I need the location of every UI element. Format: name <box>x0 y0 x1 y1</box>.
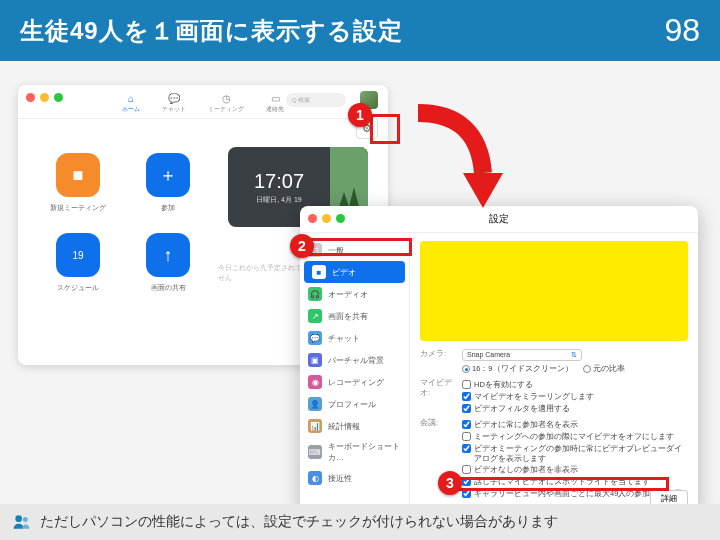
slide-header: 生徒49人を１画面に表示する設定 98 <box>0 0 720 61</box>
sidebar-item-access[interactable]: ◐接近性 <box>300 467 409 489</box>
clock-date: 日曜日, 4月 19 <box>256 195 302 205</box>
chk-spotlight[interactable]: 話し手にマイビデオにスポットライトを当てます <box>462 477 688 487</box>
tile-share[interactable]: ↑画面の共有 <box>138 233 198 293</box>
action-tiles: ■新規ミーティング ＋参加 19スケジュール ↑画面の共有 <box>48 153 198 293</box>
radio-orig[interactable]: 元の比率 <box>583 364 625 374</box>
close-icon[interactable] <box>26 93 35 102</box>
search-input[interactable]: Q 検索 <box>286 93 346 107</box>
clock-time: 17:07 <box>254 170 304 193</box>
video-icon: ■ <box>56 153 100 197</box>
chk-filter[interactable]: ビデオフィルタを適用する <box>462 404 688 414</box>
share-icon: ↗ <box>308 309 322 323</box>
sidebar-item-share[interactable]: ↗画面を共有 <box>300 305 409 327</box>
share-icon: ↑ <box>146 233 190 277</box>
svg-point-0 <box>15 515 22 522</box>
sidebar-item-video[interactable]: ■ビデオ <box>304 261 405 283</box>
sidebar-item-stats[interactable]: 📊統計情報 <box>300 415 409 437</box>
callout-3: 3 <box>438 471 462 495</box>
stats-icon: 📊 <box>308 419 322 433</box>
video-icon: ■ <box>312 265 326 279</box>
slide-number: 98 <box>664 12 700 49</box>
footer-text: ただしパソコンの性能によっては、設定でチェックが付けられない場合があります <box>40 513 558 531</box>
sidebar-item-profile[interactable]: 👤プロフィール <box>300 393 409 415</box>
profile-icon: 👤 <box>308 397 322 411</box>
footer-note: ただしパソコンの性能によっては、設定でチェックが付けられない場合があります <box>0 504 720 540</box>
keyboard-icon: ⌨ <box>308 445 322 459</box>
chk-show-name[interactable]: ビデオに常に参加者名を表示 <box>462 420 688 430</box>
tile-new-meeting[interactable]: ■新規ミーティング <box>48 153 108 213</box>
tab-contacts[interactable]: ▭連絡先 <box>266 91 284 114</box>
virtual-icon: ▣ <box>308 353 322 367</box>
tab-home[interactable]: ⌂ホーム <box>122 91 140 114</box>
tab-chat[interactable]: 💬チャット <box>162 91 186 114</box>
chk-hide-nv[interactable]: ビデオなしの参加者を非表示 <box>462 465 688 475</box>
settings-sidebar: ◻一般 ■ビデオ 🎧オーディオ ↗画面を共有 💬チャット ▣バーチャル背景 ◉レ… <box>300 233 410 515</box>
chk-mirror[interactable]: マイビデオをミラーリングします <box>462 392 688 402</box>
access-icon: ◐ <box>308 471 322 485</box>
slide-content: ⌂ホーム 💬チャット ◷ミーティング ▭連絡先 Q 検索 ⚙ ■新規ミーティング… <box>0 61 720 501</box>
svg-point-1 <box>23 517 28 522</box>
callout-1: 1 <box>348 103 372 127</box>
slide-title: 生徒49人を１画面に表示する設定 <box>20 15 403 47</box>
chat-icon: 💬 <box>308 331 322 345</box>
sidebar-item-chat[interactable]: 💬チャット <box>300 327 409 349</box>
minimize-icon[interactable] <box>322 214 331 223</box>
callout-2: 2 <box>290 234 314 258</box>
sidebar-item-general[interactable]: ◻一般 <box>300 239 409 261</box>
plus-icon: ＋ <box>146 153 190 197</box>
tile-schedule[interactable]: 19スケジュール <box>48 233 108 293</box>
video-preview <box>420 241 688 341</box>
maximize-icon[interactable] <box>336 214 345 223</box>
clock-icon: ◷ <box>219 91 233 105</box>
close-icon[interactable] <box>308 214 317 223</box>
contacts-icon: ▭ <box>268 91 282 105</box>
sidebar-item-audio[interactable]: 🎧オーディオ <box>300 283 409 305</box>
minimize-icon[interactable] <box>40 93 49 102</box>
home-icon: ⌂ <box>124 91 138 105</box>
arrow-icon <box>408 103 508 213</box>
audio-icon: 🎧 <box>308 287 322 301</box>
sidebar-item-shortcut[interactable]: ⌨キーボードショートカ… <box>300 437 409 467</box>
chat-icon: 💬 <box>167 91 181 105</box>
sidebar-item-virtual[interactable]: ▣バーチャル背景 <box>300 349 409 371</box>
camera-select[interactable]: Snap Camera ⇅ <box>462 349 582 361</box>
maximize-icon[interactable] <box>54 93 63 102</box>
traffic-lights[interactable] <box>308 214 345 223</box>
chk-off-join[interactable]: ミーティングへの参加の際にマイビデオをオフにします <box>462 432 688 442</box>
record-icon: ◉ <box>308 375 322 389</box>
chk-hd[interactable]: HDを有効にする <box>462 380 688 390</box>
person-icon <box>12 512 32 532</box>
tile-join[interactable]: ＋参加 <box>138 153 198 213</box>
chk-preview[interactable]: ビデオミーティングの参加時に常にビデオプレビューダイアログを表示します <box>462 444 688 464</box>
calendar-icon: 19 <box>56 233 100 277</box>
tab-meetings[interactable]: ◷ミーティング <box>208 91 244 114</box>
radio-169[interactable]: 16：9（ワイドスクリーン） <box>462 364 573 374</box>
sidebar-item-record[interactable]: ◉レコーディング <box>300 371 409 393</box>
zoom-settings-window: 設定 ◻一般 ■ビデオ 🎧オーディオ ↗画面を共有 💬チャット ▣バーチャル背景… <box>300 206 698 516</box>
traffic-lights[interactable] <box>26 93 63 102</box>
